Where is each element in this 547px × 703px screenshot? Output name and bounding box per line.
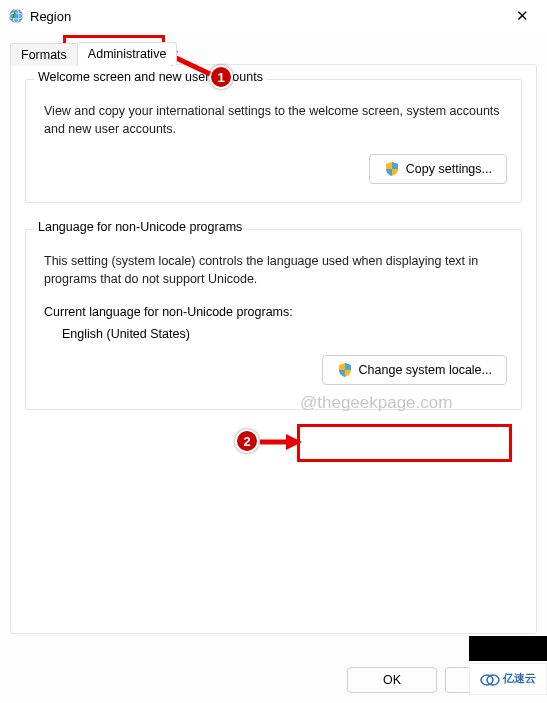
copy-settings-button[interactable]: Copy settings... xyxy=(369,154,507,184)
shield-icon xyxy=(384,161,400,177)
tabs-area: Formats Administrative Welcome screen an… xyxy=(0,32,547,634)
group-title: Language for non-Unicode programs xyxy=(34,220,246,234)
window-title: Region xyxy=(30,9,506,24)
globe-icon xyxy=(8,8,24,24)
titlebar: Region ✕ xyxy=(0,0,547,32)
group-title: Welcome screen and new user accounts xyxy=(34,70,267,84)
shield-icon xyxy=(337,362,353,378)
bottom-logo: 亿速云 xyxy=(469,663,547,695)
close-icon[interactable]: ✕ xyxy=(506,5,539,27)
ok-button[interactable]: OK xyxy=(347,667,437,693)
tab-content: Welcome screen and new user accounts Vie… xyxy=(10,64,537,634)
logo-text: 亿速云 xyxy=(503,672,536,684)
group-welcome-screen: Welcome screen and new user accounts Vie… xyxy=(25,79,522,203)
svg-point-0 xyxy=(9,9,23,23)
black-bar xyxy=(469,636,547,661)
button-label: Change system locale... xyxy=(359,363,492,377)
change-system-locale-button[interactable]: Change system locale... xyxy=(322,355,507,385)
tab-administrative[interactable]: Administrative xyxy=(77,42,178,65)
group-description: This setting (system locale) controls th… xyxy=(44,252,503,288)
tab-formats[interactable]: Formats xyxy=(10,43,78,66)
group-description: View and copy your international setting… xyxy=(44,102,503,138)
button-label: Copy settings... xyxy=(406,162,492,176)
current-language-value: English (United States) xyxy=(62,327,503,341)
tabs: Formats Administrative xyxy=(10,42,537,65)
current-language-label: Current language for non-Unicode program… xyxy=(44,305,503,319)
group-non-unicode: Language for non-Unicode programs This s… xyxy=(25,229,522,409)
